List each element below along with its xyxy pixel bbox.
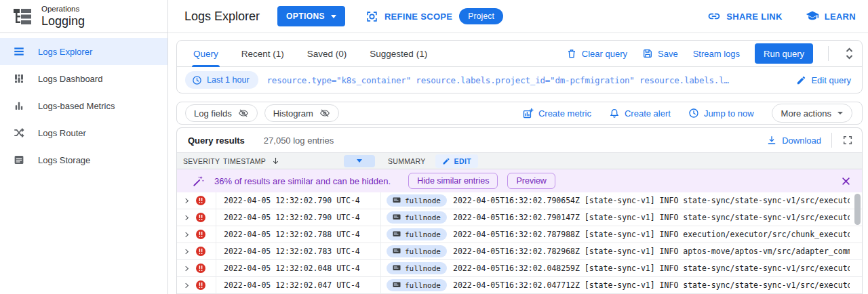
create-metric-button[interactable]: Create metric [522,108,591,119]
container-badge[interactable]: fullnode [387,262,447,274]
sidebar-item-logs-explorer[interactable]: Logs Explorer [0,38,167,65]
container-badge[interactable]: fullnode [387,211,447,224]
learn-button[interactable]: LEARN [806,9,856,23]
log-row[interactable]: 2022-04-05 12:32:02.783 UTC-4 fullnode 2… [177,243,862,260]
sidebar-item-logs-storage[interactable]: Logs Storage [0,146,167,173]
log-row[interactable]: 2022-04-05 12:32:02.788 UTC-4 fullnode 2… [177,226,862,243]
query-text[interactable]: resource.type="k8s_container" resource.l… [267,75,788,85]
hide-similar-entries-button[interactable]: Hide similar entries [408,173,498,189]
edit-query-button[interactable]: Edit query [796,75,851,85]
badge-label: fullnode [405,230,441,239]
options-button[interactable]: OPTIONS [277,6,345,26]
sidebar-item-logs-dashboard[interactable]: Logs Dashboard [0,65,167,92]
refine-scope-button[interactable]: REFINE SCOPE [366,10,452,23]
clear-query-button[interactable]: Clear query [566,48,627,59]
fullscreen-icon[interactable] [842,135,853,146]
collapse-chevrons-icon[interactable] [844,47,855,60]
chevron-right-icon[interactable] [183,231,191,238]
container-badge[interactable]: fullnode [387,245,447,257]
container-badge[interactable]: fullnode [387,228,447,240]
log-row[interactable]: 2022-04-05 12:32:02.048 UTC-4 fullnode 2… [177,260,862,277]
edit-summary-button[interactable]: EDIT [435,154,479,168]
terminal-icon [393,231,401,238]
header-actions: SHARE LINK LEARN [707,9,856,23]
row-timestamp: 2022-04-05 12:32:02.788 UTC-4 [216,226,380,243]
tab-query[interactable]: Query [193,41,218,66]
arrow-down-icon[interactable] [271,156,280,165]
row-summary: fullnode 2022-04-05T16:32:02.790654Z [st… [380,192,862,209]
sidebar-item-label: Logs Router [38,128,86,138]
severity-column-header[interactable]: SEVERITY [177,157,216,165]
stream-logs-button[interactable]: Stream logs [693,49,740,59]
shuffle-icon [13,127,25,139]
log-rows: 2022-04-05 12:32:02.790 UTC-4 fullnode 2… [177,192,862,294]
product-logo-block[interactable]: Operations Logging [0,0,167,33]
log-row[interactable]: 2022-04-05 12:32:02.790 UTC-4 fullnode 2… [177,192,862,209]
sidebar-item-label: Logs Dashboard [38,74,102,84]
histogram-label: Histogram [273,108,313,119]
row-timestamp: 2022-04-05 12:32:02.783 UTC-4 [216,243,380,259]
histogram-toggle[interactable]: Histogram [264,104,339,122]
eye-off-icon [319,108,330,119]
sidebar-item-logs-based-metrics[interactable]: Logs-based Metrics [0,92,167,119]
sidebar-item-logs-router[interactable]: Logs Router [0,119,167,146]
download-label: Download [782,135,821,146]
timestamp-options-dropdown[interactable] [344,155,375,167]
vertical-scrollbar[interactable] [854,194,861,225]
row-message: 2022-04-05T16:32:02.047712Z [state-sync-… [453,280,850,290]
chevron-right-icon[interactable] [183,197,191,205]
query-results-panel: Query results 27,050 log entries Downloa… [176,127,863,294]
timestamp-column-header[interactable]: TIMESTAMP [216,155,380,167]
error-severity-icon [196,213,205,222]
log-fields-toggle[interactable]: Log fields [185,104,258,122]
jump-to-now-button[interactable]: Jump to now [688,108,754,119]
container-badge[interactable]: fullnode [387,194,447,207]
results-title: Query results [188,135,245,146]
chart-plus-icon [522,108,534,119]
results-count: 27,050 log entries [264,135,334,146]
refine-scope-label: REFINE SCOPE [384,12,452,22]
edit-query-label: Edit query [811,75,851,85]
floppy-save-icon [642,48,653,59]
preview-button[interactable]: Preview [507,173,555,189]
chevron-right-icon[interactable] [183,265,191,272]
divider [831,133,832,148]
tools-actions: Create metric Create alert Jump to now M… [522,104,852,123]
run-query-button[interactable]: Run query [755,43,813,64]
terminal-icon [393,282,401,289]
divider [828,46,829,61]
logs-explorer-app: Operations Logging Logs Explorer Logs Da… [0,0,868,294]
error-severity-icon [196,247,205,256]
row-controls [177,192,216,209]
terminal-icon [393,214,401,221]
create-alert-button[interactable]: Create alert [609,108,671,119]
scope-project-badge[interactable]: Project [459,8,503,24]
save-button[interactable]: Save [642,48,678,59]
close-icon[interactable] [840,175,852,188]
more-actions-button[interactable]: More actions [772,104,852,123]
time-range-label: Last 1 hour [207,75,250,85]
chevron-right-icon[interactable] [183,248,191,255]
tab-saved[interactable]: Saved (0) [307,41,347,66]
row-message: 2022-04-05T16:32:02.782968Z [state-sync-… [453,247,850,256]
time-range-pill[interactable]: Last 1 hour [185,71,258,89]
chevron-right-icon[interactable] [183,214,191,222]
row-controls [177,260,216,276]
tab-recent[interactable]: Recent (1) [241,41,284,66]
row-message: 2022-04-05T16:32:02.790147Z [state-sync-… [453,213,850,222]
row-controls [177,277,216,293]
log-row[interactable]: 2022-04-05 12:32:02.790 UTC-4 fullnode 2… [177,209,862,226]
log-row[interactable]: 2022-04-05 12:32:02.047 UTC-4 fullnode 2… [177,277,862,294]
tools-bar: Log fields Histogram Create metric Creat… [176,102,863,125]
container-badge[interactable]: fullnode [387,279,447,291]
download-button[interactable]: Download [766,135,821,146]
share-link-button[interactable]: SHARE LINK [707,9,782,23]
row-timestamp: 2022-04-05 12:32:02.790 UTC-4 [216,192,380,209]
menu-lines-icon [13,45,25,58]
chevron-right-icon[interactable] [183,282,191,289]
query-tabs: Query Recent (1) Saved (0) Suggested (1) [193,41,427,66]
tab-suggested[interactable]: Suggested (1) [370,41,427,66]
section-name: Logging [41,14,85,28]
similar-entries-banner: 36% of results are similar and can be hi… [177,169,862,192]
chevron-down-icon [837,112,843,114]
